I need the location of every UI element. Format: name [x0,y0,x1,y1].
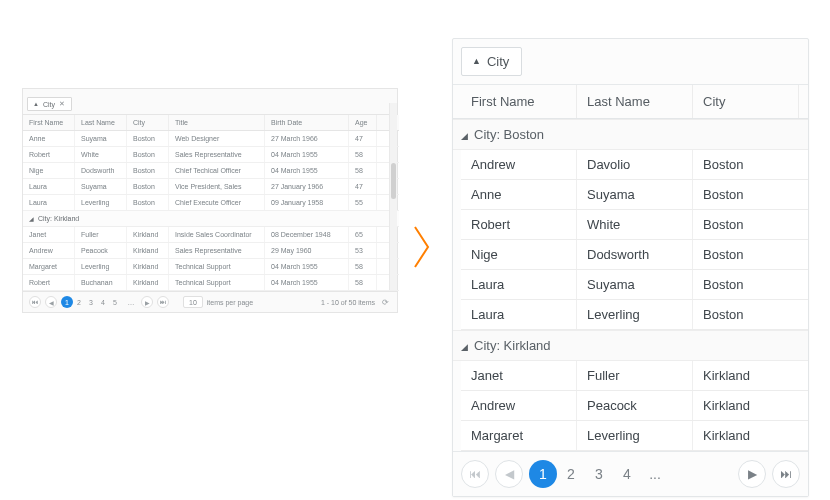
table-row[interactable]: LauraLeverlingBostonChief Execute Office… [23,195,399,211]
group-row[interactable]: ◢City: Kirkland [453,330,808,361]
expand-icon[interactable]: ◢ [461,131,468,141]
cell: Dodsworth [577,240,693,269]
page-size-select[interactable]: 10 [183,296,203,308]
cell: Dodsworth [75,163,127,178]
page-prev-button[interactable]: ◀ [495,460,523,488]
table-row[interactable]: AndrewPeacockKirkland [461,391,808,421]
cell: Technical Support [169,275,265,290]
page-number[interactable]: 4 [613,460,641,488]
cell: Inside Sales Coordinator [169,227,265,242]
page-more[interactable]: ... [641,460,669,488]
expand-icon[interactable]: ◢ [461,342,468,352]
table-row[interactable]: LauraSuyamaBostonVice President, Sales27… [23,179,399,195]
table-row[interactable]: JanetFullerKirkland [461,361,808,391]
group-chip-label: City [487,54,509,69]
cell: Boston [127,147,169,162]
group-row[interactable]: ◢City: Boston [453,119,808,150]
column-header[interactable]: Age [349,115,377,130]
cell: 47 [349,131,377,146]
page-first-button[interactable]: ⏮ [29,296,41,308]
page-first-button[interactable]: ⏮ [461,460,489,488]
cell: Boston [127,163,169,178]
cell: Suyama [75,179,127,194]
cell: 04 March 1955 [265,147,349,162]
table-row[interactable]: JanetFullerKirklandInside Sales Coordina… [23,227,399,243]
pager-summary: 1 - 10 of 50 items [321,299,375,306]
table-row[interactable]: RobertWhiteBoston [461,210,808,240]
group-panel[interactable]: ▲ City [453,39,808,85]
page-number[interactable]: 2 [557,460,585,488]
group-panel[interactable]: ▲ City ✕ [23,89,397,115]
page-number[interactable]: 4 [97,296,109,308]
page-last-button[interactable]: ⏭ [157,296,169,308]
scrollbar-thumb[interactable] [391,163,396,199]
table-row[interactable]: RobertBuchananKirklandTechnical Support0… [23,275,399,291]
column-header[interactable]: Birth Date [265,115,349,130]
cell: Nige [461,240,577,269]
column-header-first-name[interactable]: First Name [461,85,577,118]
page-number[interactable]: 3 [585,460,613,488]
cell: Chief Execute Officer [169,195,265,210]
table-row[interactable]: NigeDodsworthBostonChief Techical Office… [23,163,399,179]
refresh-icon[interactable]: ⟳ [379,296,391,308]
cell: Boston [127,195,169,210]
cell: 29 May 1960 [265,243,349,258]
table-row[interactable]: AnneSuyamaBoston [461,180,808,210]
table-row[interactable]: AnneSuyamaBostonWeb Designer27 March 196… [23,131,399,147]
close-icon[interactable]: ✕ [59,100,65,108]
page-number[interactable]: 5 [109,296,121,308]
cell: Anne [461,180,577,209]
page-next-button[interactable]: ▶ [141,296,153,308]
column-header[interactable]: Last Name [75,115,127,130]
cell: Robert [23,147,75,162]
compact-grid-table: First NameLast NameCityTitleBirth DateAg… [23,115,399,291]
transition-arrow-icon [413,225,431,269]
page-number[interactable]: 3 [85,296,97,308]
expand-icon[interactable]: ◢ [29,216,34,222]
table-row[interactable]: MargaretLeverlingKirkland [461,421,808,451]
expanded-grid: ▲ City First Name Last Name City ◢City: … [452,38,809,497]
table-row[interactable]: RobertWhiteBostonSales Representative04 … [23,147,399,163]
table-row[interactable]: LauraSuyamaBoston [461,270,808,300]
cell: Leverling [577,300,693,329]
cell: Laura [23,195,75,210]
cell: Peacock [577,391,693,420]
column-header-row: First Name Last Name City [453,85,808,119]
cell: Suyama [577,270,693,299]
table-row[interactable]: AndrewPeacockKirklandSales Representativ… [23,243,399,259]
compact-grid: ▲ City ✕ First NameLast NameCityTitleBir… [22,88,398,313]
page-size-label: items per page [207,299,253,306]
table-row[interactable]: MargaretLeverlingKirklandTechnical Suppo… [23,259,399,275]
page-prev-button[interactable]: ◀ [45,296,57,308]
page-next-button[interactable]: ▶ [738,460,766,488]
cell: 27 January 1966 [265,179,349,194]
table-row[interactable]: LauraLeverlingBoston [461,300,808,330]
column-header[interactable]: First Name [23,115,75,130]
cell: Boston [127,179,169,194]
cell: Andrew [461,391,577,420]
table-row[interactable]: NigeDodsworthBoston [461,240,808,270]
column-header-last-name[interactable]: Last Name [577,85,693,118]
cell: Kirkland [127,243,169,258]
cell: Web Designer [169,131,265,146]
page-more[interactable]: … [125,296,137,308]
group-chip-city[interactable]: ▲ City [461,47,522,76]
cell: Janet [461,361,577,390]
vertical-scrollbar[interactable] [389,103,397,290]
group-row[interactable]: ◢City: Kirkland [23,211,399,227]
page-number[interactable]: 1 [61,296,73,308]
cell: Andrew [461,150,577,179]
cell: Kirkland [127,227,169,242]
page-number[interactable]: 1 [529,460,557,488]
group-chip-city[interactable]: ▲ City ✕ [27,97,72,111]
cell: Peacock [75,243,127,258]
cell: Sales Representative [169,243,265,258]
column-header-city[interactable]: City [693,85,799,118]
table-row[interactable]: AndrewDavolioBoston [461,150,808,180]
column-header[interactable]: City [127,115,169,130]
page-last-button[interactable]: ⏭ [772,460,800,488]
cell: 58 [349,259,377,274]
column-header[interactable]: Title [169,115,265,130]
page-number[interactable]: 2 [73,296,85,308]
cell: 04 March 1955 [265,275,349,290]
